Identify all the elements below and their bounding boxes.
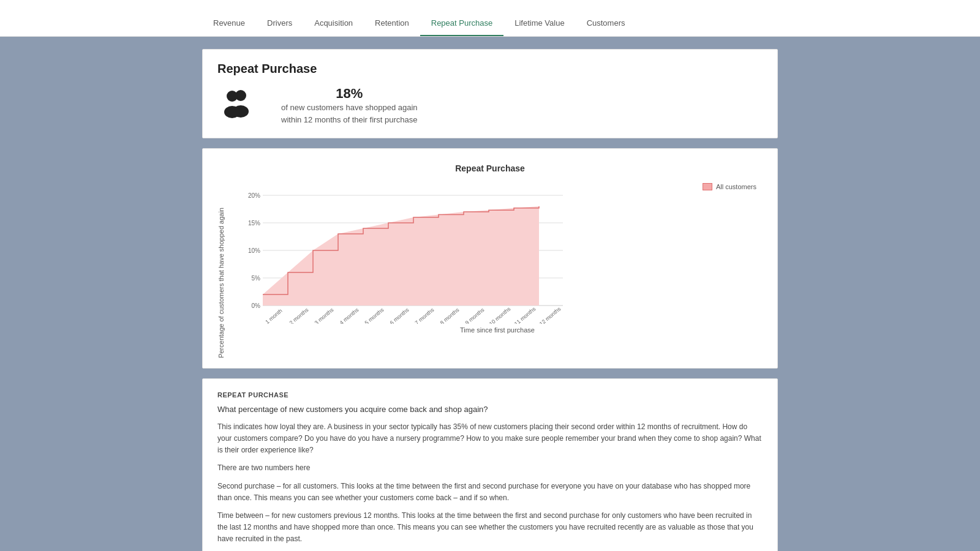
svg-text:5%: 5% xyxy=(252,275,261,282)
summary-card: Repeat Purchase 18% of new customer xyxy=(202,49,778,138)
svg-text:4 months: 4 months xyxy=(339,307,360,324)
page-title: Repeat Purchase xyxy=(217,62,763,76)
svg-text:10%: 10% xyxy=(248,247,260,254)
tab-retention[interactable]: Retention xyxy=(364,0,420,36)
svg-text:7 months: 7 months xyxy=(414,307,435,324)
svg-text:5 months: 5 months xyxy=(364,307,385,324)
svg-marker-14 xyxy=(263,206,539,305)
chart-container: Percentage of customers that have shoppe… xyxy=(217,183,763,358)
info-body-1: This indicates how loyal they are. A bus… xyxy=(217,421,763,457)
svg-text:20%: 20% xyxy=(248,192,260,199)
users-icon xyxy=(217,88,257,123)
chart-inner: All customers 20% 15% 10% xyxy=(232,183,763,358)
stat-desc-line1: of new customers have shopped again xyxy=(281,102,418,114)
main-content: Repeat Purchase 18% of new customer xyxy=(202,37,778,551)
chart-legend: All customers xyxy=(703,183,756,190)
info-heading: REPEAT PURCHASE xyxy=(217,391,763,399)
y-axis-label: Percentage of customers that have shoppe… xyxy=(217,183,232,358)
legend-swatch xyxy=(703,183,712,190)
svg-text:6 months: 6 months xyxy=(389,307,410,324)
svg-text:1 month: 1 month xyxy=(264,307,283,324)
svg-point-2 xyxy=(227,91,238,102)
stat-desc-line2: within 12 months of their first purchase xyxy=(281,114,418,126)
svg-text:12 months: 12 months xyxy=(538,305,562,324)
stat-percent: 18% xyxy=(281,86,418,102)
x-axis-label: Time since first purchase xyxy=(232,326,763,334)
summary-row: 18% of new customers have shopped again … xyxy=(217,86,763,126)
svg-text:0%: 0% xyxy=(252,302,261,309)
tab-lifetime-value[interactable]: Lifetime Value xyxy=(503,0,575,36)
tab-repeat-purchase[interactable]: Repeat Purchase xyxy=(420,0,503,36)
svg-text:15%: 15% xyxy=(248,220,260,227)
svg-text:10 months: 10 months xyxy=(488,305,512,324)
tab-acquisition[interactable]: Acquisition xyxy=(303,0,364,36)
svg-text:11 months: 11 months xyxy=(513,305,537,324)
svg-text:2 months: 2 months xyxy=(288,307,310,324)
svg-text:8 months: 8 months xyxy=(439,307,461,324)
tab-revenue[interactable]: Revenue xyxy=(202,0,256,36)
info-question: What percentage of new customers you acq… xyxy=(217,405,763,414)
chart-card: Repeat Purchase Percentage of customers … xyxy=(202,148,778,369)
top-nav-bar: Revenue Drivers Acquisition Retention Re… xyxy=(0,0,980,37)
tab-drivers[interactable]: Drivers xyxy=(256,0,303,36)
info-body-3: Second purchase – for all customers. Thi… xyxy=(217,481,763,504)
info-body-4: Time between – for new customers previou… xyxy=(217,510,763,545)
nav-tabs: Revenue Drivers Acquisition Retention Re… xyxy=(202,0,636,36)
page-wrapper: Revenue Drivers Acquisition Retention Re… xyxy=(0,0,980,551)
chart-title: Repeat Purchase xyxy=(217,163,763,173)
svg-text:3 months: 3 months xyxy=(314,307,335,324)
svg-text:9 months: 9 months xyxy=(464,307,486,324)
tab-customers[interactable]: Customers xyxy=(576,0,636,36)
info-body-2: There are two numbers here xyxy=(217,462,763,474)
chart-svg: 20% 15% 10% 5% 0% 1 month 2 months xyxy=(232,183,587,324)
legend-label: All customers xyxy=(716,183,756,190)
summary-stat: 18% of new customers have shopped again … xyxy=(281,86,418,126)
svg-point-3 xyxy=(224,106,240,118)
info-section: REPEAT PURCHASE What percentage of new c… xyxy=(202,378,778,551)
